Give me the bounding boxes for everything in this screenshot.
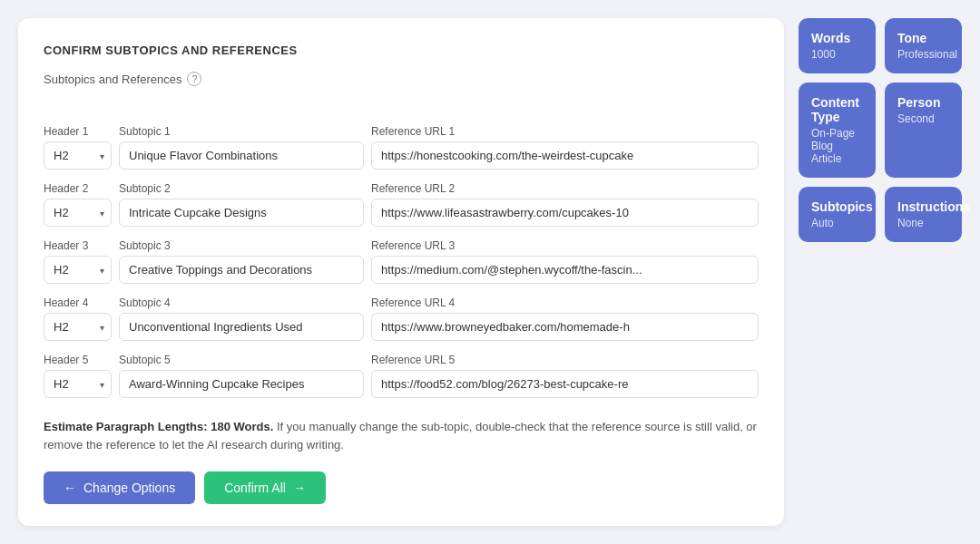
ref-url-input-3[interactable]	[371, 256, 759, 284]
info-card-words[interactable]: Words1000	[799, 18, 876, 73]
right-arrow-icon: →	[293, 481, 306, 495]
info-card-value: None	[897, 217, 949, 229]
header-select-wrapper-4: H1H2H3H4▾	[44, 313, 112, 341]
sidebar: Words1000ToneProfessionalContent TypeOn-…	[799, 18, 962, 242]
info-card-value: 1000	[811, 48, 863, 61]
ref-label-1: Reference URL 1	[371, 125, 455, 138]
ref-url-input-4[interactable]	[371, 313, 759, 341]
row-group-3: Header 3Subtopic 3Reference URL 3H1H2H3H…	[44, 239, 759, 284]
rows-area: Header 1Subtopic 1Reference URL 1H1H2H3H…	[44, 125, 759, 411]
btn-row: ← Change Options Confirm All →	[44, 471, 759, 504]
subtopic-label-1: Subtopic 1	[119, 125, 364, 138]
info-card-value: Professional	[897, 48, 949, 61]
info-card-title: Person	[897, 95, 949, 110]
subtopic-input-2[interactable]	[119, 199, 364, 227]
main-card: CONFIRM SUBTOPICS AND REFERENCES Subtopi…	[18, 18, 784, 526]
sidebar-row-1: Words1000ToneProfessional	[799, 18, 962, 73]
header-select-3[interactable]: H1H2H3H4	[44, 256, 112, 284]
estimate-text: Estimate Paragraph Lengths: 180 Words. I…	[44, 418, 759, 453]
header-select-wrapper-3: H1H2H3H4▾	[44, 256, 112, 284]
sidebar-row-2: Content TypeOn-Page Blog ArticlePersonSe…	[799, 83, 962, 178]
header-select-2[interactable]: H1H2H3H4	[44, 199, 112, 227]
ref-label-3: Reference URL 3	[371, 239, 455, 252]
info-card-title: Content Type	[811, 95, 863, 124]
rows-container	[44, 97, 759, 125]
header-select-wrapper-1: H1H2H3H4▾	[44, 141, 112, 170]
info-card-tone[interactable]: ToneProfessional	[885, 18, 962, 73]
subtopic-label-4: Subtopic 4	[119, 296, 364, 309]
ref-url-input-5[interactable]	[371, 370, 759, 398]
ref-label-5: Reference URL 5	[371, 354, 455, 366]
ref-label-2: Reference URL 2	[371, 182, 455, 195]
row-group-2: Header 2Subtopic 2Reference URL 2H1H2H3H…	[44, 182, 759, 227]
subtopic-input-3[interactable]	[119, 256, 364, 284]
header-select-4[interactable]: H1H2H3H4	[44, 313, 112, 341]
info-card-person[interactable]: PersonSecond	[885, 83, 962, 178]
header-label-3: Header 3	[44, 239, 112, 252]
info-card-subtopics[interactable]: SubtopicsAuto	[799, 187, 876, 242]
section-label: Subtopics and References ?	[44, 72, 759, 86]
header-select-1[interactable]: H1H2H3H4	[44, 141, 112, 170]
header-select-wrapper-2: H1H2H3H4▾	[44, 199, 112, 227]
info-card-value: On-Page Blog Article	[811, 127, 863, 165]
info-card-instructions[interactable]: InstructionsNone	[885, 187, 962, 242]
subtopic-input-4[interactable]	[119, 313, 364, 341]
header-label-2: Header 2	[44, 182, 112, 195]
info-card-title: Instructions	[897, 199, 949, 214]
row-group-5: Header 5Subtopic 5Reference URL 5H1H2H3H…	[44, 354, 759, 398]
info-card-content-type[interactable]: Content TypeOn-Page Blog Article	[799, 83, 876, 178]
confirm-all-button[interactable]: Confirm All →	[204, 471, 326, 504]
ref-url-input-1[interactable]	[371, 141, 759, 170]
sidebar-row-3: SubtopicsAutoInstructionsNone	[799, 187, 962, 242]
header-label-4: Header 4	[44, 296, 112, 309]
ref-label-4: Reference URL 4	[371, 296, 455, 309]
page-layout: CONFIRM SUBTOPICS AND REFERENCES Subtopi…	[18, 18, 962, 526]
header-label-5: Header 5	[44, 354, 112, 366]
header-label-1: Header 1	[44, 125, 112, 138]
subtopic-label-2: Subtopic 2	[119, 182, 364, 195]
subtopic-input-5[interactable]	[119, 370, 364, 398]
help-icon[interactable]: ?	[187, 72, 201, 86]
card-title: CONFIRM SUBTOPICS AND REFERENCES	[44, 44, 759, 57]
header-select-5[interactable]: H1H2H3H4	[44, 370, 112, 398]
info-card-title: Subtopics	[811, 199, 863, 214]
ref-url-input-2[interactable]	[371, 199, 759, 227]
info-card-title: Tone	[897, 31, 949, 45]
info-card-title: Words	[811, 31, 863, 45]
row-group-4: Header 4Subtopic 4Reference URL 4H1H2H3H…	[44, 296, 759, 341]
row-group-1: Header 1Subtopic 1Reference URL 1H1H2H3H…	[44, 125, 759, 170]
left-arrow-icon: ←	[64, 481, 76, 495]
info-card-value: Second	[897, 112, 949, 125]
change-options-button[interactable]: ← Change Options	[44, 471, 195, 504]
subtopic-label-3: Subtopic 3	[119, 239, 364, 252]
header-select-wrapper-5: H1H2H3H4▾	[44, 370, 112, 398]
info-card-value: Auto	[811, 217, 863, 229]
subtopic-label-5: Subtopic 5	[119, 354, 364, 366]
subtopic-input-1[interactable]	[119, 141, 364, 170]
